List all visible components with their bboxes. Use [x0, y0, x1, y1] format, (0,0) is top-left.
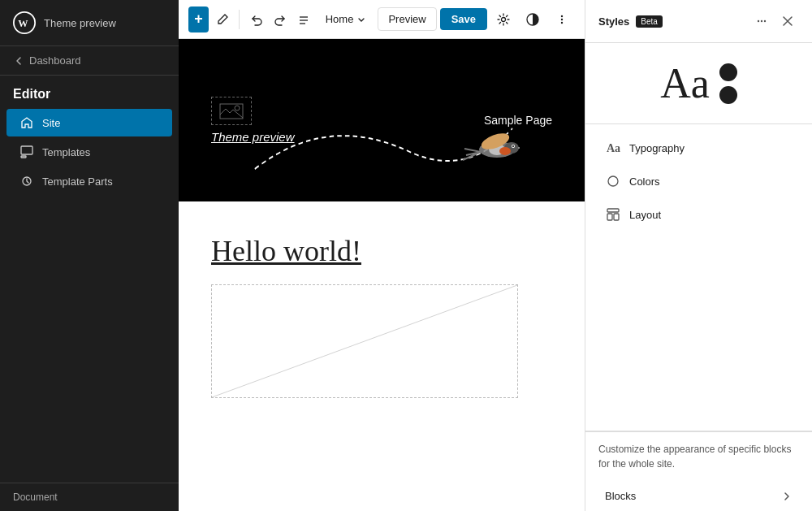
blocks-label: Blocks — [605, 490, 636, 502]
settings-button[interactable] — [490, 6, 516, 32]
wp-logo-icon: W — [13, 11, 36, 34]
typography-icon: Aa — [605, 140, 621, 156]
bird-decoration — [455, 121, 520, 181]
colors-icon — [605, 173, 621, 189]
chevron-left-icon — [13, 55, 24, 67]
add-block-button[interactable]: + — [188, 6, 209, 32]
panel-more-button[interactable] — [750, 10, 773, 32]
gear-icon — [497, 13, 510, 26]
canvas-logo-area: Theme preview — [211, 97, 295, 144]
add-icon: + — [194, 11, 203, 28]
sidebar-item-site-label: Site — [42, 117, 60, 129]
preview-button[interactable]: Preview — [378, 7, 436, 31]
svg-point-18 — [499, 147, 511, 155]
redo-button[interactable] — [270, 6, 290, 32]
canvas-wrapper[interactable]: Theme preview Sample Page — [179, 39, 585, 511]
svg-point-9 — [561, 15, 563, 16]
svg-rect-3 — [21, 156, 26, 158]
sidebar-item-template-parts-label: Template Parts — [42, 175, 113, 188]
dashboard-link[interactable]: Dashboard — [0, 46, 179, 76]
list-view-icon — [297, 13, 310, 26]
sidebar-item-templates-label: Templates — [42, 146, 90, 158]
color-dot-1 — [719, 63, 737, 81]
svg-point-20 — [512, 145, 514, 147]
panel-header-actions — [750, 10, 799, 32]
sidebar-item-template-parts[interactable]: Template Parts — [6, 167, 172, 195]
redo-icon — [274, 13, 287, 26]
layout-icon — [605, 206, 621, 223]
layout-option[interactable]: Layout — [592, 198, 806, 231]
placeholder-block-diagonal — [212, 285, 517, 397]
sidebar-nav: Site Templates Template Parts — [0, 108, 179, 196]
color-dot-2 — [719, 86, 737, 104]
panel-close-button[interactable] — [776, 10, 799, 32]
undo-icon — [250, 13, 263, 26]
svg-point-23 — [761, 20, 762, 22]
editor-label: Editor — [0, 76, 179, 108]
contrast-icon — [525, 12, 540, 27]
undo-button[interactable] — [246, 6, 266, 32]
main-area: + — [179, 0, 585, 511]
style-preview: Aa — [585, 43, 812, 124]
theme-toggle-button[interactable] — [520, 6, 546, 32]
topbar-center: Home — [317, 8, 375, 30]
close-icon — [782, 15, 793, 27]
panel-header: Styles Beta — [585, 0, 812, 43]
svg-line-21 — [212, 285, 517, 397]
page-selector-button[interactable]: Home — [317, 8, 375, 30]
typography-option[interactable]: Aa Typography — [592, 132, 806, 164]
canvas-content: Hello world! — [179, 201, 585, 414]
panel-title-area: Styles Beta — [598, 15, 663, 28]
list-view-button[interactable] — [294, 6, 314, 32]
chevron-right-icon — [781, 491, 793, 502]
sidebar: W Theme preview Dashboard Editor Site — [0, 0, 179, 511]
panel-options: Aa Typography Colors Layout — [585, 124, 812, 431]
right-panel: Styles Beta Aa — [585, 0, 812, 511]
panel-title: Styles — [598, 15, 629, 28]
svg-rect-29 — [614, 214, 619, 220]
beta-badge: Beta — [636, 15, 663, 28]
templates-icon — [19, 145, 34, 159]
canvas-content-title: Hello world! — [211, 234, 552, 268]
sidebar-footer: Document — [0, 483, 179, 511]
svg-point-13 — [235, 106, 240, 110]
svg-rect-28 — [607, 214, 612, 220]
svg-point-10 — [561, 18, 563, 19]
home-icon — [19, 115, 34, 130]
bird-icon — [455, 121, 520, 178]
canvas-placeholder-block — [211, 284, 518, 398]
pencil-icon — [216, 13, 229, 26]
topbar: + — [179, 0, 585, 39]
svg-rect-2 — [21, 146, 32, 154]
layout-label: Layout — [629, 209, 661, 221]
svg-text:W: W — [18, 18, 28, 29]
colors-option[interactable]: Colors — [592, 165, 806, 197]
svg-point-26 — [608, 176, 618, 186]
typography-preview: Aa — [660, 63, 710, 105]
more-options-button[interactable] — [549, 6, 575, 32]
sidebar-item-templates[interactable]: Templates — [6, 138, 172, 166]
canvas: Theme preview Sample Page — [179, 39, 585, 511]
svg-point-7 — [502, 17, 506, 21]
svg-text:Aa: Aa — [607, 142, 620, 154]
more-horizontal-icon — [755, 15, 768, 28]
svg-point-11 — [561, 21, 563, 23]
colors-label: Colors — [629, 175, 660, 188]
canvas-header: Theme preview Sample Page — [179, 39, 585, 201]
color-dots — [719, 63, 737, 104]
panel-description: Customize the appearance of specific blo… — [585, 431, 812, 481]
sidebar-header: W Theme preview — [0, 0, 179, 46]
style-preview-inner: Aa — [660, 63, 737, 105]
svg-point-24 — [764, 20, 766, 22]
topbar-right: Preview Save — [378, 6, 575, 32]
canvas-logo-placeholder — [211, 97, 252, 125]
edit-tool-button[interactable] — [212, 6, 232, 32]
canvas-site-title: Theme preview — [211, 130, 295, 144]
save-button[interactable]: Save — [440, 8, 487, 30]
page-name-label: Home — [326, 13, 354, 25]
typography-label: Typography — [629, 142, 685, 154]
sidebar-item-site[interactable]: Site — [6, 109, 172, 136]
more-vertical-icon — [555, 13, 568, 26]
blocks-option[interactable]: Blocks — [592, 482, 806, 510]
svg-point-22 — [758, 20, 759, 22]
